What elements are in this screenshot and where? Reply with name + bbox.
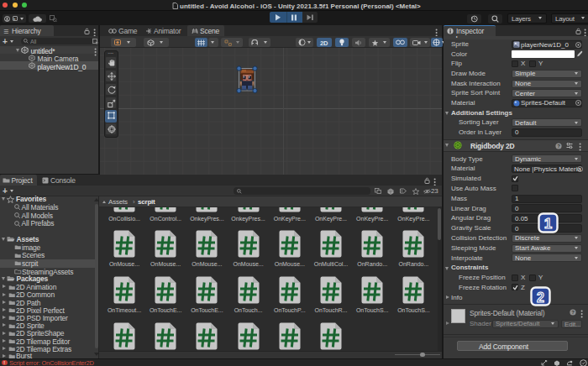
svg-text:?: ? xyxy=(557,144,560,149)
svg-text:?: ? xyxy=(571,310,575,315)
svg-text:1: 1 xyxy=(543,216,551,232)
svg-text:2: 2 xyxy=(537,290,544,305)
